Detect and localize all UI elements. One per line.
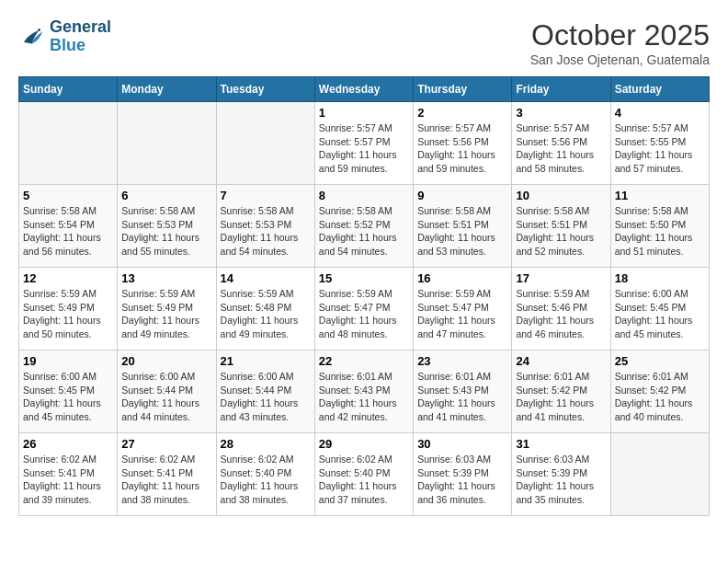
calendar-cell: 26Sunrise: 6:02 AM Sunset: 5:41 PM Dayli… — [19, 433, 118, 516]
weekday-header: Thursday — [414, 77, 512, 102]
calendar-cell: 7Sunrise: 5:58 AM Sunset: 5:53 PM Daylig… — [216, 185, 314, 268]
logo-text-blue: Blue — [50, 36, 85, 54]
day-info: Sunrise: 5:59 AM Sunset: 5:47 PM Dayligh… — [417, 287, 507, 341]
calendar-cell: 27Sunrise: 6:02 AM Sunset: 5:41 PM Dayli… — [118, 433, 216, 516]
calendar: SundayMondayTuesdayWednesdayThursdayFrid… — [18, 76, 710, 516]
day-info: Sunrise: 6:02 AM Sunset: 5:41 PM Dayligh… — [121, 453, 211, 507]
title-section: October 2025 San Jose Ojetenan, Guatemal… — [530, 18, 710, 67]
day-info: Sunrise: 5:59 AM Sunset: 5:49 PM Dayligh… — [121, 287, 211, 341]
calendar-cell: 4Sunrise: 5:57 AM Sunset: 5:55 PM Daylig… — [610, 102, 709, 185]
calendar-cell: 29Sunrise: 6:02 AM Sunset: 5:40 PM Dayli… — [314, 433, 413, 516]
calendar-cell: 9Sunrise: 5:58 AM Sunset: 5:51 PM Daylig… — [414, 185, 512, 268]
day-info: Sunrise: 6:03 AM Sunset: 5:39 PM Dayligh… — [516, 453, 606, 507]
day-info: Sunrise: 6:00 AM Sunset: 5:45 PM Dayligh… — [23, 370, 113, 424]
day-info: Sunrise: 6:02 AM Sunset: 5:41 PM Dayligh… — [23, 453, 113, 507]
day-info: Sunrise: 5:58 AM Sunset: 5:51 PM Dayligh… — [417, 204, 507, 259]
day-number: 29 — [319, 437, 409, 451]
day-number: 13 — [121, 271, 211, 285]
day-info: Sunrise: 5:57 AM Sunset: 5:55 PM Dayligh… — [615, 121, 705, 176]
day-info: Sunrise: 5:57 AM Sunset: 5:57 PM Dayligh… — [319, 121, 409, 176]
calendar-cell: 12Sunrise: 5:59 AM Sunset: 5:49 PM Dayli… — [19, 268, 118, 350]
month-title: October 2025 — [530, 18, 710, 52]
day-number: 11 — [615, 189, 705, 202]
calendar-cell: 15Sunrise: 5:59 AM Sunset: 5:47 PM Dayli… — [314, 268, 413, 350]
day-number: 18 — [615, 271, 705, 285]
weekday-header-row: SundayMondayTuesdayWednesdayThursdayFrid… — [19, 77, 710, 102]
day-number: 10 — [516, 189, 606, 202]
day-number: 23 — [417, 354, 507, 368]
calendar-cell — [19, 102, 118, 185]
calendar-cell: 28Sunrise: 6:02 AM Sunset: 5:40 PM Dayli… — [216, 433, 314, 516]
day-info: Sunrise: 5:58 AM Sunset: 5:53 PM Dayligh… — [221, 204, 311, 259]
location: San Jose Ojetenan, Guatemala — [530, 52, 710, 67]
calendar-cell: 6Sunrise: 5:58 AM Sunset: 5:53 PM Daylig… — [118, 185, 216, 268]
day-info: Sunrise: 6:00 AM Sunset: 5:45 PM Dayligh… — [615, 287, 705, 341]
calendar-cell: 23Sunrise: 6:01 AM Sunset: 5:43 PM Dayli… — [414, 350, 512, 433]
logo-text-general: General — [50, 17, 111, 36]
day-number: 6 — [121, 189, 211, 202]
day-number: 14 — [221, 271, 311, 285]
day-info: Sunrise: 5:59 AM Sunset: 5:49 PM Dayligh… — [23, 287, 113, 341]
calendar-cell: 20Sunrise: 6:00 AM Sunset: 5:44 PM Dayli… — [118, 350, 216, 433]
weekday-header: Tuesday — [216, 77, 314, 102]
calendar-cell: 5Sunrise: 5:58 AM Sunset: 5:54 PM Daylig… — [19, 185, 118, 268]
day-info: Sunrise: 5:59 AM Sunset: 5:47 PM Dayligh… — [319, 287, 409, 341]
logo-icon — [18, 23, 46, 51]
day-number: 12 — [23, 271, 113, 285]
day-info: Sunrise: 6:01 AM Sunset: 5:43 PM Dayligh… — [319, 370, 409, 424]
day-info: Sunrise: 6:01 AM Sunset: 5:43 PM Dayligh… — [417, 370, 507, 424]
day-info: Sunrise: 5:57 AM Sunset: 5:56 PM Dayligh… — [417, 121, 507, 176]
svg-point-0 — [38, 29, 40, 31]
day-info: Sunrise: 6:00 AM Sunset: 5:44 PM Dayligh… — [221, 370, 311, 424]
calendar-cell: 8Sunrise: 5:58 AM Sunset: 5:52 PM Daylig… — [314, 185, 413, 268]
day-number: 30 — [417, 437, 507, 451]
day-number: 21 — [221, 354, 311, 368]
calendar-cell — [216, 102, 314, 185]
day-info: Sunrise: 6:01 AM Sunset: 5:42 PM Dayligh… — [615, 370, 705, 424]
calendar-cell: 17Sunrise: 5:59 AM Sunset: 5:46 PM Dayli… — [512, 268, 610, 350]
day-info: Sunrise: 6:03 AM Sunset: 5:39 PM Dayligh… — [417, 453, 507, 507]
calendar-week-row: 5Sunrise: 5:58 AM Sunset: 5:54 PM Daylig… — [19, 185, 710, 268]
calendar-cell: 19Sunrise: 6:00 AM Sunset: 5:45 PM Dayli… — [19, 350, 118, 433]
weekday-header: Friday — [512, 77, 610, 102]
day-number: 2 — [417, 106, 507, 120]
page-header: General Blue October 2025 San Jose Ojete… — [18, 18, 710, 67]
day-number: 27 — [121, 437, 211, 451]
day-info: Sunrise: 5:59 AM Sunset: 5:48 PM Dayligh… — [221, 287, 311, 341]
weekday-header: Monday — [118, 77, 216, 102]
calendar-cell: 18Sunrise: 6:00 AM Sunset: 5:45 PM Dayli… — [610, 268, 709, 350]
day-number: 19 — [23, 354, 113, 368]
calendar-cell: 11Sunrise: 5:58 AM Sunset: 5:50 PM Dayli… — [610, 185, 709, 268]
day-number: 16 — [417, 271, 507, 285]
calendar-cell: 22Sunrise: 6:01 AM Sunset: 5:43 PM Dayli… — [314, 350, 413, 433]
day-number: 4 — [615, 106, 705, 120]
day-number: 5 — [23, 189, 113, 202]
day-number: 1 — [319, 106, 409, 120]
day-info: Sunrise: 6:01 AM Sunset: 5:42 PM Dayligh… — [516, 370, 606, 424]
calendar-cell: 13Sunrise: 5:59 AM Sunset: 5:49 PM Dayli… — [118, 268, 216, 350]
calendar-cell — [118, 102, 216, 185]
day-info: Sunrise: 6:02 AM Sunset: 5:40 PM Dayligh… — [221, 453, 311, 507]
day-info: Sunrise: 5:58 AM Sunset: 5:50 PM Dayligh… — [615, 204, 705, 259]
calendar-week-row: 19Sunrise: 6:00 AM Sunset: 5:45 PM Dayli… — [19, 350, 710, 433]
day-number: 28 — [221, 437, 311, 451]
day-number: 20 — [121, 354, 211, 368]
day-info: Sunrise: 6:00 AM Sunset: 5:44 PM Dayligh… — [121, 370, 211, 424]
calendar-cell: 1Sunrise: 5:57 AM Sunset: 5:57 PM Daylig… — [314, 102, 413, 185]
day-number: 17 — [516, 271, 606, 285]
calendar-cell: 3Sunrise: 5:57 AM Sunset: 5:56 PM Daylig… — [512, 102, 610, 185]
calendar-cell: 24Sunrise: 6:01 AM Sunset: 5:42 PM Dayli… — [512, 350, 610, 433]
calendar-cell: 30Sunrise: 6:03 AM Sunset: 5:39 PM Dayli… — [414, 433, 512, 516]
calendar-week-row: 1Sunrise: 5:57 AM Sunset: 5:57 PM Daylig… — [19, 102, 710, 185]
day-number: 25 — [615, 354, 705, 368]
weekday-header: Saturday — [610, 77, 709, 102]
day-number: 31 — [516, 437, 606, 451]
calendar-cell: 21Sunrise: 6:00 AM Sunset: 5:44 PM Dayli… — [216, 350, 314, 433]
day-number: 24 — [516, 354, 606, 368]
calendar-cell: 31Sunrise: 6:03 AM Sunset: 5:39 PM Dayli… — [512, 433, 610, 516]
day-number: 8 — [319, 189, 409, 202]
day-info: Sunrise: 5:58 AM Sunset: 5:53 PM Dayligh… — [121, 204, 211, 259]
day-info: Sunrise: 5:57 AM Sunset: 5:56 PM Dayligh… — [516, 121, 606, 176]
day-info: Sunrise: 5:59 AM Sunset: 5:46 PM Dayligh… — [516, 287, 606, 341]
day-number: 9 — [417, 189, 507, 202]
